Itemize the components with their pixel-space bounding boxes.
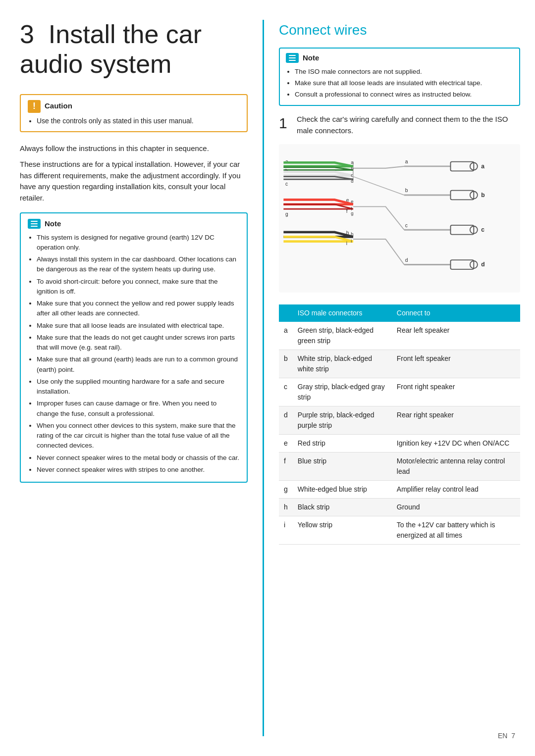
note-item: Make sure that all loose leads are insul…	[37, 321, 240, 331]
svg-text:a: a	[405, 159, 408, 165]
row-label: g	[279, 481, 293, 499]
note-item: Use only the supplied mounting hardware …	[37, 377, 240, 397]
row-connect: Rear left speaker	[392, 322, 520, 350]
row-iso: Blue strip	[293, 453, 392, 481]
row-label: c	[279, 378, 293, 406]
table-row: e Red strip Ignition key +12V DC when ON…	[279, 435, 520, 453]
wire-diagram-svg: a b c e f g h i	[279, 144, 520, 293]
svg-text:b: b	[405, 188, 408, 194]
row-connect: Rear right speaker	[392, 406, 520, 435]
page-footer: EN 7	[498, 731, 515, 741]
table-row: b White strip, black-edged white strip F…	[279, 350, 520, 378]
row-iso: Yellow strip	[293, 516, 392, 545]
row-label: e	[279, 435, 293, 453]
step-1-row: 1 Check the car's wiring carefully and c…	[279, 114, 520, 136]
note-icon-right	[286, 53, 299, 63]
table-header-iso: ISO male connectors	[293, 304, 392, 322]
caution-list: Use the controls only as stated in this …	[37, 116, 240, 126]
svg-text:c: c	[351, 173, 353, 178]
row-iso: Black strip	[293, 499, 392, 516]
row-connect: Amplifier relay control lead	[392, 481, 520, 499]
intro-para1: Always follow the instructions in this c…	[20, 143, 248, 154]
row-iso: Purple strip, black-edged purple strip	[293, 406, 392, 435]
row-connect: Motor/electric antenna relay control lea…	[392, 453, 520, 481]
table-row: d Purple strip, black-edged purple strip…	[279, 406, 520, 435]
wire-diagram: a b c e f g h i	[279, 144, 520, 296]
right-column: Connect wires Note The ISO male connecto…	[263, 20, 520, 736]
note-item: Make sure that the leads do not get caug…	[37, 333, 240, 353]
row-iso: Red strip	[293, 435, 392, 453]
row-iso: Green strip, black-edged green strip	[293, 322, 392, 350]
note-header-right: Note	[286, 52, 513, 64]
note-item: Make sure that all loose leads are insul…	[295, 78, 513, 88]
note-label-right: Note	[303, 52, 319, 64]
svg-text:f: f	[346, 208, 348, 214]
row-iso: Gray strip, black-edged gray strip	[293, 378, 392, 406]
note-item: Make sure that all ground (earth) leads …	[37, 354, 240, 375]
svg-text:i: i	[346, 241, 347, 246]
table-row: c Gray strip, black-edged gray strip Fro…	[279, 378, 520, 406]
note-icon-left	[28, 219, 41, 229]
table-header-connect: Connect to	[392, 304, 520, 322]
table-row: a Green strip, black-edged green strip R…	[279, 322, 520, 350]
note-list-left: This system is designed for negative gro…	[37, 233, 240, 475]
svg-text:b: b	[481, 192, 484, 199]
step-1-number: 1	[279, 112, 291, 136]
svg-text:g: g	[351, 211, 353, 216]
note-item: Consult a professional to connect wires …	[295, 90, 513, 100]
connector-table-body: a Green strip, black-edged green strip R…	[279, 322, 520, 545]
note-item: Never connect speaker wires to the metal…	[37, 453, 240, 463]
row-label: b	[279, 350, 293, 378]
note-item: Always install this system in the car da…	[37, 254, 240, 275]
row-iso: White-edged blue strip	[293, 481, 392, 499]
footer-lang: EN	[498, 732, 507, 740]
note-item: To avoid short-circuit: before you conne…	[37, 277, 240, 297]
row-connect: Front right speaker	[392, 378, 520, 406]
caution-item: Use the controls only as stated in this …	[37, 116, 240, 126]
step-1-text: Check the car's wiring carefully and con…	[297, 114, 520, 136]
svg-text:d: d	[405, 257, 408, 263]
note-item: Never connect speaker wires with stripes…	[37, 465, 240, 475]
svg-text:h: h	[351, 232, 353, 237]
row-label: h	[279, 499, 293, 516]
chapter-number: 3	[20, 20, 34, 49]
note-header-left: Note	[28, 218, 240, 230]
svg-text:a: a	[481, 163, 484, 170]
note-item: Make sure that you connect the yellow an…	[37, 299, 240, 319]
svg-text:i: i	[351, 239, 352, 244]
caution-icon: !	[28, 100, 41, 113]
svg-text:c: c	[481, 226, 484, 233]
table-header-label	[279, 304, 293, 322]
left-column: 3 Install the car audio system ! Caution…	[20, 20, 248, 736]
svg-text:c: c	[405, 223, 408, 228]
svg-text:c: c	[285, 182, 288, 187]
svg-text:d: d	[351, 179, 353, 184]
svg-text:b: b	[351, 167, 353, 172]
table-row: g White-edged blue strip Amplifier relay…	[279, 481, 520, 499]
caution-header: ! Caution	[28, 100, 240, 113]
note-item: Improper fuses can cause damage or fire.…	[37, 399, 240, 419]
row-connect: Ground	[392, 499, 520, 516]
table-row: h Black strip Ground	[279, 499, 520, 516]
row-connect: Front left speaker	[392, 350, 520, 378]
chapter-title: 3 Install the car audio system	[20, 20, 248, 79]
svg-text:a: a	[351, 160, 354, 165]
note-box-right: Note The ISO male connectors are not sup…	[279, 48, 520, 106]
caution-label: Caution	[45, 101, 72, 112]
intro-para2: These instructions are for a typical ins…	[20, 159, 248, 203]
row-label: i	[279, 516, 293, 545]
svg-text:d: d	[481, 261, 484, 268]
table-row: i Yellow strip To the +12V car battery w…	[279, 516, 520, 545]
svg-text:e: e	[351, 199, 353, 204]
row-iso: White strip, black-edged white strip	[293, 350, 392, 378]
row-label: f	[279, 453, 293, 481]
note-item: When you connect other devices to this s…	[37, 421, 240, 451]
table-row: f Blue strip Motor/electric antenna rela…	[279, 453, 520, 481]
note-list-right: The ISO male connectors are not supplied…	[295, 67, 513, 100]
note-label-left: Note	[45, 218, 61, 230]
connector-table: ISO male connectors Connect to a Green s…	[279, 304, 520, 545]
footer-page: 7	[511, 732, 515, 740]
row-connect: Ignition key +12V DC when ON/ACC	[392, 435, 520, 453]
row-label: a	[279, 322, 293, 350]
note-item: This system is designed for negative gro…	[37, 233, 240, 253]
